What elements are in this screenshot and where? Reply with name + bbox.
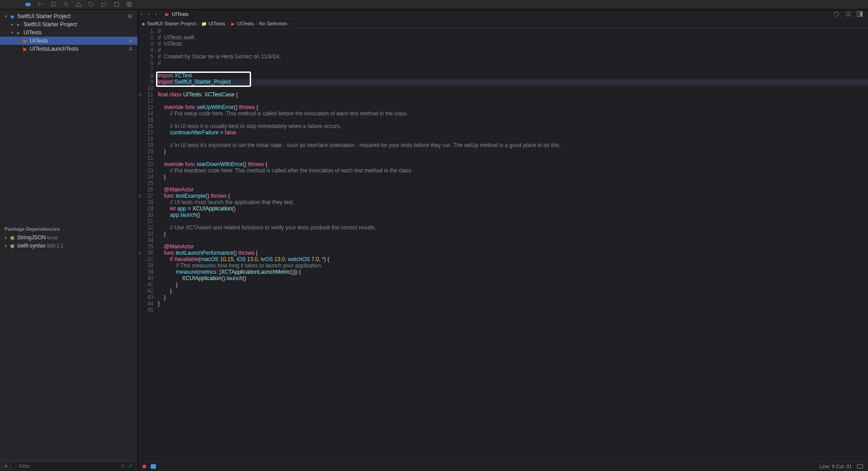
code-line[interactable]: // In UI tests it's important to set the… [156, 143, 868, 149]
line-number[interactable]: 35 [138, 244, 153, 250]
tree-row[interactable]: ▸▸SwiftUI Starter Project [0, 20, 138, 29]
code-line[interactable]: // Use XCTAssert and related functions t… [156, 225, 868, 231]
line-number[interactable]: 2 [138, 35, 153, 41]
line-number[interactable]: 42 [138, 288, 153, 295]
line-number[interactable]: 15 [138, 117, 153, 124]
line-number[interactable]: 26 [138, 187, 153, 193]
line-number[interactable]: 13 [138, 105, 153, 111]
code-line[interactable]: // Put teardown code here. This method i… [156, 168, 868, 174]
warning-icon[interactable] [76, 1, 82, 8]
line-number[interactable]: 20 [138, 149, 153, 155]
code-line[interactable]: if #available(macOS 10.15, iOS 13.0, tvO… [156, 257, 868, 263]
line-number[interactable]: 7 [138, 67, 153, 73]
line-number[interactable]: 12 [138, 98, 153, 105]
folder-icon[interactable] [25, 1, 31, 8]
code-line[interactable]: let app = XCUIApplication() [156, 206, 868, 212]
tab-uitests[interactable]: UITests [160, 10, 194, 19]
test-diamond-icon[interactable]: ◇ [138, 193, 142, 199]
line-number[interactable]: 25 [138, 181, 153, 187]
scm-filter-icon[interactable]: ⎇ [127, 463, 132, 468]
project-tree[interactable]: ▾◆SwiftUI Starter ProjectM▸▸SwiftUI Star… [0, 10, 138, 223]
code-line[interactable]: } [156, 282, 868, 288]
plus-icon[interactable]: + [3, 463, 9, 469]
bookmark-icon[interactable] [50, 1, 57, 8]
disclosure-icon[interactable]: ▾ [4, 14, 8, 19]
code-line[interactable]: // [156, 29, 868, 35]
line-number[interactable]: 38 [138, 263, 153, 269]
line-number[interactable]: 5 [138, 54, 153, 60]
jump-bar[interactable]: ◆ SwiftUI Starter Project › 📁 UITests › … [138, 19, 868, 29]
line-number[interactable]: 19 [138, 143, 153, 149]
search-icon[interactable] [63, 1, 69, 8]
line-number[interactable]: 29 [138, 206, 153, 212]
package-row[interactable]: ▸▣StringJSONlocal [0, 233, 138, 242]
clock-icon[interactable]: ◷ [121, 463, 125, 468]
line-number[interactable]: 28 [138, 200, 153, 206]
line-number[interactable]: 31 [138, 219, 153, 225]
code-line[interactable]: // UI tests must launch the application … [156, 200, 868, 206]
line-number[interactable]: 41 [138, 282, 153, 288]
package-row[interactable]: ▸▣swift-syntax509.1.1 [0, 242, 138, 250]
layers-icon[interactable] [126, 1, 133, 8]
code-line[interactable]: } [156, 149, 868, 155]
line-number[interactable]: 1 [138, 29, 153, 35]
disclosure-icon[interactable]: ▾ [10, 30, 14, 35]
tag-icon[interactable] [88, 1, 95, 8]
code-line[interactable] [156, 86, 868, 92]
debug-console-icon[interactable] [151, 464, 156, 469]
code-line[interactable] [156, 98, 868, 105]
line-gutter[interactable]: 1234567891011◇12131415161718192021222324… [138, 29, 156, 461]
report-icon[interactable] [114, 1, 120, 8]
test-diamond-icon[interactable]: ◇ [138, 250, 142, 256]
code-line[interactable]: override func setUpWithError() throws { [156, 105, 868, 111]
line-number[interactable]: 44 [138, 301, 153, 307]
error-indicator-icon[interactable] [142, 465, 146, 468]
tree-row[interactable]: ▾◆SwiftUI Starter ProjectM [0, 12, 138, 20]
code-line[interactable]: } [156, 301, 868, 307]
code-line[interactable]: // [156, 60, 868, 67]
code-line[interactable] [156, 219, 868, 225]
vcs-icon[interactable] [38, 1, 44, 8]
code-line[interactable]: // UITests.swift [156, 35, 868, 41]
code-line[interactable]: measure(metrics: [XCTApplicationLaunchMe… [156, 269, 868, 276]
code-line[interactable]: func testLaunchPerformance() throws { [156, 250, 868, 257]
code-line[interactable]: final class UITests: XCTestCase { [156, 92, 868, 98]
line-number[interactable]: 11◇ [138, 92, 153, 98]
line-number[interactable]: 45 [138, 307, 153, 314]
code-line[interactable]: // This measures how long it takes to la… [156, 263, 868, 269]
line-number[interactable]: 37 [138, 257, 153, 263]
line-number[interactable]: 16 [138, 124, 153, 130]
line-number[interactable]: 32 [138, 225, 153, 231]
jump-segment[interactable]: UITests [209, 21, 225, 26]
refresh-icon[interactable] [833, 10, 840, 18]
line-number[interactable]: 22 [138, 162, 153, 168]
code-line[interactable]: override func tearDownWithError() throws… [156, 162, 868, 168]
code-line[interactable]: func testExample() throws { [156, 193, 868, 200]
adjust-icon[interactable] [844, 10, 852, 18]
line-number[interactable]: 21 [138, 155, 153, 162]
line-number[interactable]: 30 [138, 212, 153, 219]
jump-segment[interactable]: UITests [237, 21, 254, 26]
code-line[interactable]: // [156, 48, 868, 54]
code-line[interactable]: @MainActor [156, 244, 868, 250]
tree-row[interactable]: UITestsA [0, 37, 138, 45]
line-number[interactable]: 43 [138, 295, 153, 301]
line-number[interactable]: 39 [138, 269, 153, 276]
code-line[interactable]: app.launch() [156, 212, 868, 219]
line-number[interactable]: 24 [138, 174, 153, 181]
line-number[interactable]: 4 [138, 48, 153, 54]
line-number[interactable]: 9 [138, 79, 153, 86]
code-line[interactable]: continueAfterFailure = false [156, 130, 868, 136]
code-line[interactable]: } [156, 295, 868, 301]
jump-segment[interactable]: No Selection [259, 21, 287, 26]
code-line[interactable]: } [156, 288, 868, 295]
forward-icon[interactable]: › [152, 10, 160, 18]
code-line[interactable]: XCUIApplication().launch() [156, 276, 868, 282]
code-line[interactable] [156, 181, 868, 187]
filter-field[interactable]: ⌕ ◷ ⎇ [12, 462, 135, 470]
assistant-icon[interactable] [856, 10, 863, 18]
canvas-icon[interactable] [856, 463, 863, 470]
disclosure-icon[interactable]: ▸ [4, 243, 8, 248]
code-line[interactable]: // Put setup code here. This method is c… [156, 111, 868, 117]
code-line[interactable] [156, 155, 868, 162]
